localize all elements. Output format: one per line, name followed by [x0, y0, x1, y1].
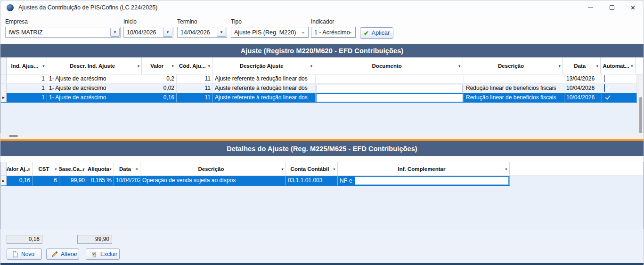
sort-icon: ▼ — [630, 64, 634, 67]
cell-valor[interactable]: 0,2 — [142, 74, 177, 83]
tipo-select[interactable]: Ajuste PIS (Reg. M220) ⌄ — [231, 27, 309, 38]
cell-descricao[interactable]: Redução linear de beneficios fiscais — [464, 84, 564, 93]
table-row-selected[interactable]: ► 1 1- Ajuste de acréscimo 0,16 11 Ajust… — [1, 93, 637, 103]
column-header-cst[interactable]: CST▼ — [33, 162, 59, 176]
cell-ind-ajuste[interactable]: 1 — [7, 74, 47, 83]
sort-icon: ▼ — [27, 167, 31, 170]
cell-descricao-ajuste[interactable]: Ajuste referente à redução linear dos — [213, 74, 316, 83]
cell-ind-ajuste[interactable]: 1 — [7, 93, 47, 102]
cell-descricao[interactable] — [464, 74, 564, 83]
table-row[interactable]: 1 1- Ajuste de acréscimo 0,2 11 Ajuste r… — [1, 74, 637, 84]
cell-cod-ajuste[interactable]: 11 — [177, 84, 213, 93]
column-header-descricao[interactable]: Descrição▼ — [463, 57, 563, 74]
column-header-data[interactable]: Data▼ — [563, 57, 601, 74]
row-marker-icon: ► — [2, 179, 6, 183]
column-header-base-calculo[interactable]: Base.Ca...▼ — [59, 162, 87, 176]
excluir-button[interactable]: Excluir — [86, 249, 120, 260]
cell-base-calculo[interactable]: 99,90 — [59, 176, 87, 185]
inicio-datepicker[interactable]: ▼ — [123, 27, 173, 38]
cell-valor[interactable]: 0,16 — [142, 93, 177, 102]
cell-descricao-ajuste[interactable]: Ajuste referente à redução linear dos — [213, 84, 316, 93]
close-icon: ✕ — [630, 4, 636, 11]
cell-descricao[interactable]: Operação de venda sujeita ao dispos — [140, 176, 286, 185]
column-header-valor-ajuste[interactable]: Valor Aj...▼ — [7, 162, 33, 176]
inf-complementar-inline-editor[interactable] — [355, 177, 509, 185]
column-header-inf-complementar[interactable]: Inf. Complementar▼ — [338, 162, 510, 176]
cell-cst[interactable]: 6 — [33, 176, 59, 185]
cell-ind-ajuste[interactable]: 1 — [7, 84, 47, 93]
close-button[interactable]: ✕ — [622, 0, 644, 15]
alterar-button[interactable]: Alterar — [46, 249, 79, 260]
sort-icon: ▼ — [333, 167, 336, 170]
column-header-conta-contabil[interactable]: Conta Contábil▼ — [286, 162, 338, 176]
sort-icon: ▼ — [42, 64, 45, 67]
automatico-checkbox[interactable] — [604, 84, 605, 92]
cell-inf-complementar[interactable]: NF-e — [338, 176, 510, 185]
termino-datepicker[interactable]: ▼ — [177, 27, 227, 38]
cell-valor-ajuste[interactable]: 0,16 — [7, 176, 33, 185]
column-header-ind-ajuste[interactable]: Ind. Ajus...▼ — [7, 57, 47, 74]
empresa-combobox[interactable]: ▼ — [5, 27, 121, 38]
sort-icon: ▼ — [54, 167, 57, 170]
empresa-input[interactable] — [6, 27, 120, 37]
inicio-dropdown-icon[interactable]: ▼ — [163, 28, 172, 37]
documento-inline-editor-focused[interactable] — [316, 94, 463, 102]
column-header-documento[interactable]: Documento▼ — [315, 57, 463, 74]
table-row[interactable]: 1 1- Ajuste de acréscimo 0,02 11 Ajuste … — [1, 84, 637, 93]
total-valor-field: 0,16 — [7, 235, 42, 244]
cell-descr-ind-ajuste[interactable]: 1- Ajuste de acréscimo — [47, 93, 142, 102]
minimize-icon — [588, 8, 593, 8]
maximize-button[interactable] — [601, 0, 622, 15]
table-row-selected[interactable]: ► 0,16 6 99,90 0,165 % 10/04/2026 Operaç… — [1, 176, 510, 186]
automatico-checkbox[interactable] — [604, 94, 605, 101]
cell-data[interactable]: 13/04/2026 — [564, 74, 602, 83]
cell-documento[interactable] — [316, 74, 464, 83]
scrollbar-thumb[interactable] — [639, 97, 642, 133]
termino-dropdown-icon[interactable]: ▼ — [217, 28, 226, 37]
sort-icon: ▼ — [171, 64, 174, 67]
row-marker-icon: ► — [2, 96, 6, 100]
column-header-data[interactable]: Data▼ — [114, 162, 140, 176]
cell-aliquota[interactable]: 0,165 % — [87, 176, 114, 185]
cell-data[interactable]: 10/04/2026 — [564, 84, 602, 93]
cell-data[interactable]: 10/04/2026 — [114, 176, 140, 185]
indicador-select[interactable]: 1 - Acréscimo ⌄ — [311, 27, 356, 38]
cell-documento[interactable] — [316, 93, 464, 102]
column-header-cod-ajuste[interactable]: Cód. Aju...▼ — [176, 57, 212, 74]
column-header-valor[interactable]: Valor▼ — [142, 57, 176, 74]
cell-descr-ind-ajuste[interactable]: 1- Ajuste de acréscimo — [47, 84, 142, 93]
row-indicator-header — [1, 57, 7, 74]
recycle-bin-icon — [91, 251, 98, 257]
cell-cod-ajuste[interactable]: 11 — [177, 93, 213, 102]
splitter-handle-icon[interactable] — [9, 135, 18, 137]
cell-cod-ajuste[interactable]: 11 — [177, 74, 213, 83]
cell-valor[interactable]: 0,02 — [142, 84, 177, 93]
column-header-automatico[interactable]: Automat...▼ — [601, 57, 636, 74]
ajustes-grid: Ind. Ajus...▼ Descr. Ind. Ajuste▼ Valor▼… — [0, 57, 644, 133]
column-header-aliquota[interactable]: Aliquota▼ — [87, 162, 114, 176]
documento-inline-editor[interactable] — [317, 85, 463, 92]
column-header-descricao[interactable]: Descrição▼ — [140, 162, 286, 176]
column-header-descricao-ajuste[interactable]: Descrição Ajuste▼ — [212, 57, 315, 74]
novo-button[interactable]: Novo — [7, 249, 42, 260]
cell-descricao-ajuste[interactable]: Ajuste referente à redução linear dos — [213, 93, 316, 102]
inicio-label: Inicio — [123, 18, 173, 25]
sort-icon: ▼ — [310, 64, 313, 67]
cell-conta-contabil[interactable]: 03.1.1.01.003 — [286, 176, 338, 185]
cell-descricao[interactable]: Redução linear de beneficios fiscais — [464, 93, 564, 102]
header-spacer — [510, 162, 643, 176]
cell-data[interactable]: 10/04/2026 — [564, 93, 602, 102]
grid2-section-title: Detalhes do Ajuste (Reg. M225/M625 - EFD… — [0, 141, 644, 156]
automatico-checkbox[interactable] — [604, 75, 605, 82]
column-header-descr-ind-ajuste[interactable]: Descr. Ind. Ajuste▼ — [47, 57, 142, 74]
minimize-button[interactable] — [580, 0, 601, 15]
splitter-bar[interactable] — [0, 133, 644, 139]
window-controls: ✕ — [580, 0, 644, 15]
cell-documento[interactable] — [316, 84, 464, 93]
header-spacer — [636, 57, 643, 74]
cell-descr-ind-ajuste[interactable]: 1- Ajuste de acréscimo — [47, 74, 142, 83]
sort-icon: ▼ — [135, 167, 139, 170]
aplicar-button[interactable]: ✔ Aplicar — [360, 27, 393, 39]
vertical-scrollbar[interactable] — [638, 74, 643, 133]
empresa-dropdown-icon[interactable]: ▼ — [110, 28, 120, 37]
